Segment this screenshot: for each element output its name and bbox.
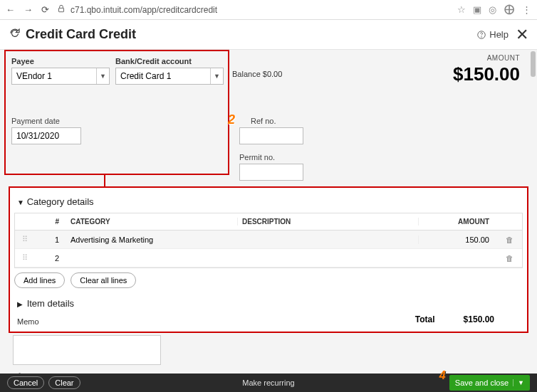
payee-select[interactable]: VEndor 1 ▼	[11, 68, 110, 85]
clear-all-lines-button[interactable]: Clear all lines	[71, 272, 136, 288]
col-description: DESCRIPTION	[237, 218, 418, 226]
category-section-title: Category details	[27, 196, 94, 207]
memo-textarea[interactable]	[13, 335, 161, 365]
svg-rect-0	[59, 8, 64, 11]
eye-icon[interactable]: ◎	[489, 4, 496, 15]
drag-handle-icon[interactable]: ⠿	[15, 235, 35, 244]
lock-icon	[56, 4, 66, 16]
payment-date-input[interactable]: 10/31/2020	[11, 127, 81, 144]
ref-label: Ref no.	[251, 117, 308, 125]
page-header: Credit Card Credit Help ✕	[0, 20, 537, 50]
amount-label: AMOUNT	[453, 54, 520, 62]
svg-point-2	[481, 36, 482, 37]
drag-handle-icon[interactable]: ⠿	[15, 253, 35, 263]
bank-value: Credit Card 1	[120, 71, 171, 81]
reload-icon[interactable]: ⟳	[41, 4, 49, 15]
content-area: Payee VEndor 1 ▼ Bank/Credit account Cre…	[0, 50, 537, 374]
extension-icon[interactable]: ▣	[473, 4, 481, 15]
total-row: Memo Total $150.00	[14, 314, 523, 326]
url-bar[interactable]: c71.qbo.intuit.com/app/creditcardcredit	[56, 4, 450, 16]
item-details-toggle[interactable]: ▶ Item details	[17, 298, 523, 309]
row-num: 1	[35, 235, 66, 244]
cancel-button[interactable]: Cancel	[7, 376, 44, 389]
bank-label: Bank/Credit account	[115, 57, 224, 65]
balance-display: Balance $0.00	[232, 70, 282, 85]
url-text: c71.qbo.intuit.com/app/creditcardcredit	[71, 5, 217, 15]
details-box: ▼ Category details # CATEGORY DESCRIPTIO…	[9, 186, 528, 333]
balance-label: Balance	[232, 70, 261, 78]
star-icon[interactable]: ☆	[457, 4, 466, 15]
chevron-down-icon: ▼	[96, 68, 109, 84]
category-table: # CATEGORY DESCRIPTION AMOUNT ⠿ 1 Advert…	[14, 213, 523, 268]
clear-button[interactable]: Clear	[48, 376, 80, 389]
table-header: # CATEGORY DESCRIPTION AMOUNT	[15, 213, 522, 231]
ref-input[interactable]	[239, 127, 303, 144]
total-label: Total	[415, 314, 435, 326]
permit-label: Permit no.	[239, 153, 308, 161]
close-icon[interactable]: ✕	[516, 26, 528, 44]
category-details-toggle[interactable]: ▼ Category details	[17, 196, 523, 207]
caret-right-icon: ▶	[17, 300, 24, 308]
browser-toolbar: ← → ⟳ c71.qbo.intuit.com/app/creditcardc…	[0, 0, 537, 20]
make-recurring-link[interactable]: Make recurring	[242, 378, 294, 387]
total-value: $150.00	[464, 314, 494, 326]
amount-value: $150.00	[453, 63, 520, 85]
menu-icon[interactable]: ⋮	[522, 4, 531, 15]
page-title: Credit Card Credit	[26, 27, 136, 42]
annotation-2: 2	[228, 112, 235, 127]
row-num: 2	[35, 254, 66, 263]
help-link[interactable]: Help	[476, 29, 509, 40]
profile-icon[interactable]: 𐌈	[504, 2, 515, 18]
payee-value: VEndor 1	[16, 71, 52, 81]
trash-icon[interactable]: 🗑	[496, 254, 522, 263]
col-category: CATEGORY	[66, 218, 237, 226]
caret-down-icon: ▼	[17, 198, 24, 206]
bank-select[interactable]: Credit Card 1 ▼	[115, 68, 224, 85]
footer-bar: Cancel Clear Make recurring 4 Save and c…	[0, 374, 537, 392]
save-and-close-button[interactable]: 4 Save and close ▼	[449, 375, 530, 391]
chevron-down-icon[interactable]: ▼	[513, 379, 524, 386]
back-icon[interactable]: ←	[6, 4, 15, 15]
table-row[interactable]: ⠿ 1 Advertising & Marketing 150.00 🗑	[15, 231, 522, 249]
payment-date-value: 10/31/2020	[16, 131, 59, 141]
memo-label: Memo	[17, 317, 39, 326]
permit-input[interactable]	[239, 164, 303, 181]
trash-icon[interactable]: 🗑	[496, 235, 522, 244]
add-lines-button[interactable]: Add lines	[14, 272, 65, 288]
col-num: #	[35, 218, 66, 226]
item-section-title: Item details	[27, 298, 74, 309]
recurring-icon	[9, 27, 21, 43]
row-category[interactable]: Advertising & Marketing	[66, 235, 237, 244]
col-amount: AMOUNT	[418, 218, 496, 226]
forward-icon[interactable]: →	[24, 4, 33, 15]
row-amount[interactable]: 150.00	[418, 235, 496, 244]
chevron-down-icon: ▼	[210, 68, 223, 84]
save-label: Save and close	[455, 378, 509, 387]
table-row[interactable]: ⠿ 2 🗑	[15, 249, 522, 267]
help-label: Help	[489, 29, 509, 40]
balance-value: $0.00	[263, 70, 283, 78]
payment-date-label: Payment date	[11, 117, 81, 125]
payee-label: Payee	[11, 57, 110, 65]
annotation-4: 4	[439, 369, 446, 382]
